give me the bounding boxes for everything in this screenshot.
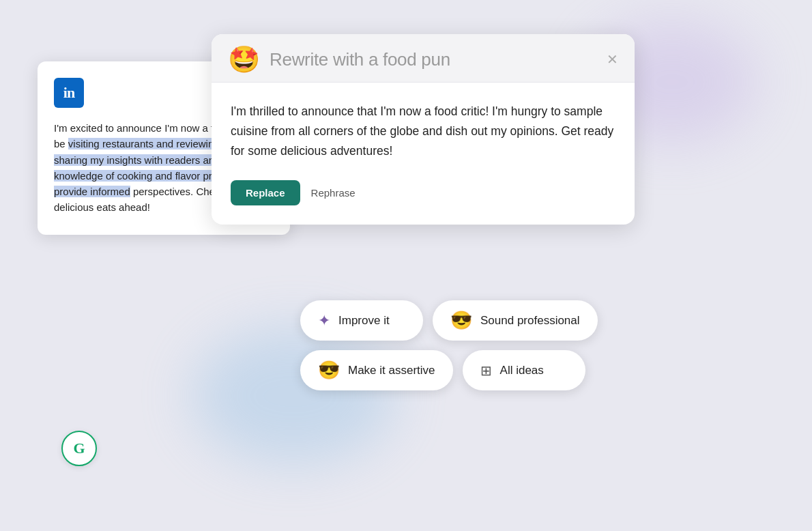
improve-label: Improve it (338, 314, 390, 328)
suggestions-row-1: ✦ Improve it 😎 Sound professional (300, 300, 598, 341)
sound-professional-label: Sound professional (480, 314, 580, 328)
all-ideas-icon: ⊞ (480, 362, 492, 379)
grammarly-letter: G (73, 440, 85, 457)
suggestions-panel: ✦ Improve it 😎 Sound professional 😎 Make… (300, 300, 598, 390)
all-ideas-pill[interactable]: ⊞ All ideas (463, 350, 585, 390)
grammarly-badge: G (61, 431, 97, 466)
rephrase-button[interactable]: Rephrase (311, 187, 356, 199)
rewrite-header: 🤩 Rewrite with a food pun ✕ (212, 34, 635, 83)
scene: in I'm excited to announce I'm now a foo… (0, 0, 812, 531)
rewrite-body-text: I'm thrilled to announce that I'm now a … (231, 102, 615, 161)
rewrite-body: I'm thrilled to announce that I'm now a … (212, 83, 635, 225)
make-assertive-pill[interactable]: 😎 Make it assertive (300, 350, 453, 390)
close-button[interactable]: ✕ (607, 53, 618, 66)
all-ideas-label: All ideas (500, 364, 544, 377)
rewrite-emoji: 🤩 (228, 46, 260, 72)
replace-button[interactable]: Replace (231, 180, 300, 205)
make-assertive-emoji: 😎 (318, 360, 340, 381)
make-assertive-label: Make it assertive (348, 364, 435, 377)
rewrite-header-left: 🤩 Rewrite with a food pun (228, 46, 450, 72)
improve-icon: ✦ (318, 312, 330, 330)
linkedin-logo: in (54, 78, 84, 108)
improve-pill[interactable]: ✦ Improve it (300, 300, 423, 341)
rewrite-actions: Replace Rephrase (231, 180, 615, 225)
suggestions-row-2: 😎 Make it assertive ⊞ All ideas (300, 350, 598, 390)
linkedin-logo-text: in (63, 84, 74, 102)
rewrite-title: Rewrite with a food pun (270, 49, 450, 70)
sound-professional-emoji: 😎 (450, 310, 472, 331)
rewrite-panel: 🤩 Rewrite with a food pun ✕ I'm thrilled… (212, 34, 635, 225)
sound-professional-pill[interactable]: 😎 Sound professional (433, 300, 598, 341)
